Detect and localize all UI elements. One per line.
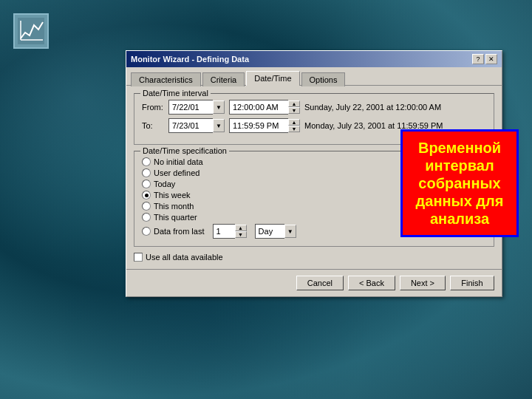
data-last-down[interactable]: ▼ — [235, 231, 247, 238]
from-row: From: 7/22/01 ▼ 12:00:00 AM ▲ ▼ Sunday, … — [142, 100, 486, 115]
radio-today-btn[interactable] — [142, 180, 151, 188]
radio-user-defined-label: User defined — [154, 168, 200, 177]
radio-user-defined-btn[interactable] — [142, 168, 151, 177]
from-time-select[interactable]: 12:00:00 AM ▲ ▼ — [229, 100, 300, 115]
data-last-up[interactable]: ▲ — [235, 225, 247, 231]
from-time-value: 12:00:00 AM — [229, 100, 288, 115]
radio-this-quarter-btn[interactable] — [142, 213, 151, 222]
titlebar-buttons: ? ✕ — [472, 54, 497, 64]
data-last-unit-wrapper[interactable]: Day ▼ — [255, 224, 296, 239]
data-last-value: 1 — [213, 224, 235, 239]
to-time-value: 11:59:59 PM — [229, 118, 288, 133]
from-time-down[interactable]: ▼ — [288, 107, 300, 114]
from-date-display: Sunday, July 22, 2001 at 12:00:00 AM — [304, 103, 441, 112]
from-date-arrow[interactable]: ▼ — [213, 100, 225, 114]
radio-today-label: Today — [154, 180, 175, 188]
from-date-value: 7/22/01 — [168, 100, 213, 115]
next-button[interactable]: Next > — [400, 276, 446, 290]
to-time-select[interactable]: 11:59:59 PM ▲ ▼ — [229, 118, 300, 133]
use-all-data-label: Use all data available — [146, 253, 223, 262]
cancel-button[interactable]: Cancel — [296, 276, 344, 290]
help-button[interactable]: ? — [472, 54, 484, 64]
from-date-select[interactable]: 7/22/01 ▼ — [168, 100, 225, 115]
data-last-unit: Day — [255, 224, 284, 239]
radio-this-month-label: This month — [154, 202, 194, 211]
datetime-spec-title: Date/Time specification — [140, 146, 229, 155]
chart-icon — [18, 18, 44, 44]
finish-button[interactable]: Finish — [450, 276, 494, 290]
tab-characteristics[interactable]: Characteristics — [131, 72, 201, 86]
back-button[interactable]: < Back — [348, 276, 395, 290]
dialog-title: Monitor Wizard - Defining Data — [131, 55, 249, 64]
radio-data-last-label: Data from last — [154, 227, 204, 236]
to-date-value: 7/23/01 — [168, 118, 213, 133]
radio-this-quarter-label: This quarter — [154, 213, 197, 222]
from-time-spinner[interactable]: ▲ ▼ — [288, 100, 300, 114]
to-date-select[interactable]: 7/23/01 ▼ — [168, 118, 225, 133]
radio-this-month-btn[interactable] — [142, 202, 151, 211]
tab-datetime[interactable]: Date/Time — [246, 71, 299, 86]
data-last-value-wrapper[interactable]: 1 ▲ ▼ — [213, 224, 247, 239]
radio-no-initial-btn[interactable] — [142, 157, 151, 166]
tabs-bar: Characteristics Criteria Date/Time Optio… — [126, 67, 502, 85]
dialog-titlebar: Monitor Wizard - Defining Data ? ✕ — [126, 51, 502, 67]
tab-criteria[interactable]: Criteria — [202, 72, 245, 86]
annotation-text: Временной интервал собранных данных для … — [410, 139, 509, 228]
radio-this-week-label: This week — [154, 191, 191, 200]
annotation-box: Временной интервал собранных данных для … — [400, 129, 519, 237]
to-time-up[interactable]: ▲ — [288, 119, 300, 126]
to-date-arrow[interactable]: ▼ — [213, 119, 225, 132]
tab-options[interactable]: Options — [301, 72, 346, 86]
data-last-unit-arrow[interactable]: ▼ — [284, 225, 296, 238]
data-last-spinner[interactable]: ▲ ▼ — [235, 225, 247, 238]
to-time-spinner[interactable]: ▲ ▼ — [288, 119, 300, 132]
use-all-data-checkbox[interactable] — [134, 253, 143, 262]
use-all-data-row[interactable]: Use all data available — [134, 253, 494, 262]
from-time-up[interactable]: ▲ — [288, 100, 300, 107]
app-icon — [13, 13, 49, 49]
from-label: From: — [142, 103, 164, 112]
to-time-down[interactable]: ▼ — [288, 126, 300, 132]
datetime-interval-title: Date/Time interval — [140, 89, 211, 98]
to-label: To: — [142, 121, 164, 130]
close-button[interactable]: ✕ — [485, 54, 497, 64]
radio-no-initial-label: No initial data — [154, 157, 203, 166]
radio-this-week-btn[interactable] — [142, 191, 151, 200]
radio-data-last-btn[interactable] — [142, 227, 151, 236]
dialog-footer: Cancel < Back Next > Finish — [126, 269, 502, 296]
